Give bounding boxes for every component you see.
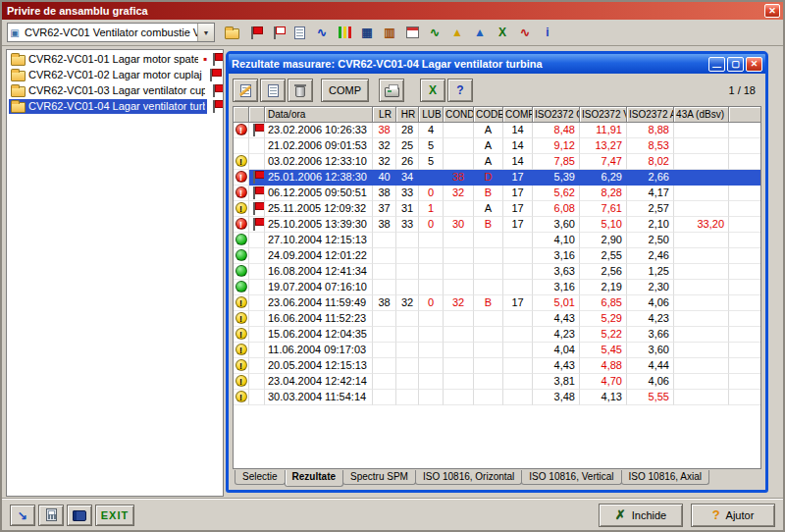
value-cell: B [474,217,503,233]
table-row[interactable]: !25.10.2005 13:39:303833030B173,605,102,… [234,217,760,233]
info-button[interactable]: i [537,22,558,43]
transfer-button[interactable]: ↘ [10,505,35,526]
column-header[interactable]: 43A (dBsv) [674,107,729,123]
catalog-button[interactable] [67,505,92,526]
column-header[interactable]: ISO2372 A [627,107,674,123]
exit-button[interactable]: EXIT [95,505,134,526]
table-row[interactable]: !06.12.2005 09:50:513833032B175,628,284,… [234,186,760,201]
condition-bars-button[interactable] [334,22,355,43]
column-header[interactable] [234,107,249,123]
value-cell: 0 [419,295,444,311]
open-folder-button[interactable] [221,22,242,43]
alarm-flag-button[interactable] [243,22,265,43]
tree-item[interactable]: CVR62-VC01-02 Lagar motor cuplaj [7,67,223,82]
evaluation-chart-button[interactable]: ∿ [514,22,536,43]
value-cell [444,154,474,170]
tab-iso-10816-axial[interactable]: ISO 10816, Axial [621,470,710,485]
results-table-button[interactable]: ▦ [356,22,378,43]
table-row[interactable]: 24.09.2004 12:01:223,162,552,46 [234,248,760,264]
alarm-list-button[interactable]: ▲ [446,22,468,43]
tree-item[interactable]: CVR62-VC01-01 Lagar motor spate▪ [7,51,223,67]
value-cell: 5,62 [533,186,580,201]
table-row[interactable]: !16.06.2004 11:52:234,435,294,23 [234,311,760,327]
edit-result-button[interactable] [233,79,258,102]
mountains-button[interactable]: ▲ [469,22,491,43]
clear-flag-button[interactable] [266,22,288,43]
value-cell: 4,43 [533,358,580,374]
value-cell [444,311,474,327]
table-row[interactable]: !30.03.2004 11:54:143,484,135,55 [234,390,760,405]
value-cell: 2,90 [580,233,627,248]
notes-button[interactable] [288,22,310,43]
status-green-icon [236,281,247,293]
value-cell [396,233,419,248]
table-row[interactable]: 16.08.2004 12:41:343,632,561,25 [234,264,760,280]
column-header[interactable]: ISO2372 V [580,107,627,123]
column-header[interactable]: COMP [503,107,533,123]
table-row[interactable]: !25.11.2005 12:09:3237311A176,087,612,57 [234,201,760,217]
print-button[interactable] [379,79,404,102]
table-row[interactable]: 19.07.2004 07:16:103,162,192,30 [234,280,760,295]
comp-button[interactable]: COMP [321,79,369,102]
trend-chart-icon: ∿ [430,27,440,38]
minimize-button[interactable]: — [708,57,725,72]
value-cell: 4,10 [533,233,580,248]
trend-chart-button[interactable]: ∿ [424,22,445,43]
table-row[interactable]: !25.01.2006 12:38:30403438D175,396,292,6… [234,170,760,186]
value-cell: A [474,123,503,138]
tab-selectie[interactable]: Selectie [235,470,286,485]
maximize-button[interactable]: ▢ [727,57,744,72]
value-cell [396,358,419,374]
table-row[interactable]: !23.02.2006 10:26:3338284A148,4811,918,8… [234,123,760,138]
spectrum-chart-button[interactable]: ∿ [311,22,333,43]
alarm-note-icon: ▪ [203,53,207,65]
value-cell: 4,23 [533,327,580,343]
column-header[interactable]: HR [396,107,419,123]
help-label: Ajutor [726,509,755,521]
help-button[interactable]: ? Ajutor [691,504,775,527]
value-cell: 5,39 [533,170,580,186]
column-header[interactable] [249,107,265,123]
table-row[interactable]: !11.06.2004 09:17:034,045,453,60 [234,343,760,358]
column-header[interactable]: COND [444,107,474,123]
histogram-button[interactable]: ▥ [379,22,400,43]
column-header[interactable]: Data/ora [265,107,373,123]
combo-dropdown-button[interactable]: ▼ [197,24,214,41]
excel-export-button[interactable]: X [492,22,513,43]
point-selector-combobox[interactable]: ▣ CVR62-VC01 Ventilator combustie V1 ▼ [7,23,215,42]
table-row[interactable]: !23.06.2004 11:59:493832032B175,016,854,… [234,295,760,311]
value-cell: 3,60 [533,217,580,233]
delete-result-button[interactable] [288,79,313,102]
tab-iso-10816-orizontal[interactable]: ISO 10816, Orizontal [415,470,522,485]
calculator-button[interactable] [38,505,64,526]
calendar-button[interactable] [401,22,423,43]
table-row[interactable]: 27.10.2004 12:15:134,102,902,50 [234,233,760,248]
table-row[interactable]: !03.02.2006 12:33:1032265A147,857,478,02 [234,154,760,170]
column-header[interactable]: LR [373,107,396,123]
add-note-button[interactable] [260,79,286,102]
help-button[interactable]: ? [447,79,473,102]
excel-export-button[interactable]: X [420,79,445,102]
value-cell [419,374,444,390]
tab-iso-10816-vertical[interactable]: ISO 10816, Vertical [521,470,621,485]
column-header[interactable]: ISO2372 O [533,107,580,123]
table-row[interactable]: !15.06.2004 12:04:354,235,223,66 [234,327,760,343]
value-cell [503,390,533,405]
tree-item[interactable]: CVR62-VC01-03 Lagar ventilator cuplaj [7,82,223,98]
close-window-button[interactable]: ✗ Inchide [599,504,683,527]
close-button[interactable]: ✕ [764,4,780,18]
tab-rezultate[interactable]: Rezultate [285,470,343,487]
column-header[interactable]: CODE [474,107,503,123]
table-row[interactable]: 21.02.2006 09:01:5332255A149,1213,278,53 [234,138,760,154]
tab-spectru-spm[interactable]: Spectru SPM [342,470,416,485]
table-row[interactable]: !20.05.2004 12:15:134,434,884,44 [234,358,760,374]
column-header[interactable]: LUB [419,107,444,123]
tree-item[interactable]: CVR62-VC01-04 Lagar ventilator turbina [7,98,223,114]
close-results-button[interactable]: ✕ [746,57,762,72]
value-cell: 32 [444,186,474,201]
value-cell: 13,27 [580,138,627,154]
value-cell: 32 [373,138,396,154]
table-row[interactable]: !23.04.2004 12:42:143,814,704,06 [234,374,760,390]
value-cell: 4,17 [627,186,674,201]
value-cell [474,248,503,264]
